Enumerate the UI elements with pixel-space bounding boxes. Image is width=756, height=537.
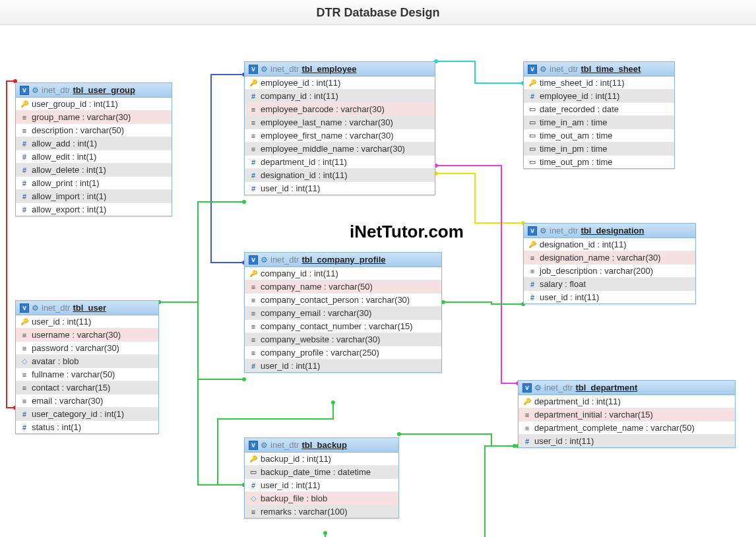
page-title: DTR Database Design — [0, 0, 756, 25]
